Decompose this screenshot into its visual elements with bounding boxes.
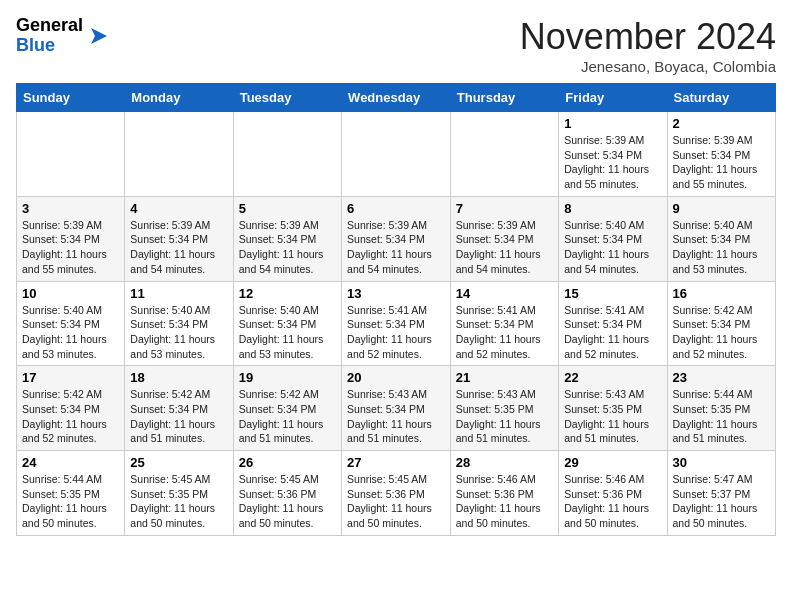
calendar-week-2: 3Sunrise: 5:39 AM Sunset: 5:34 PM Daylig… <box>17 196 776 281</box>
calendar-cell: 18Sunrise: 5:42 AM Sunset: 5:34 PM Dayli… <box>125 366 233 451</box>
day-number: 3 <box>22 201 119 216</box>
day-info: Sunrise: 5:41 AM Sunset: 5:34 PM Dayligh… <box>347 303 445 362</box>
day-info: Sunrise: 5:43 AM Sunset: 5:34 PM Dayligh… <box>347 387 445 446</box>
calendar-cell: 14Sunrise: 5:41 AM Sunset: 5:34 PM Dayli… <box>450 281 558 366</box>
weekday-header-saturday: Saturday <box>667 84 776 112</box>
day-info: Sunrise: 5:39 AM Sunset: 5:34 PM Dayligh… <box>347 218 445 277</box>
weekday-header-tuesday: Tuesday <box>233 84 341 112</box>
day-info: Sunrise: 5:44 AM Sunset: 5:35 PM Dayligh… <box>22 472 119 531</box>
calendar-cell: 13Sunrise: 5:41 AM Sunset: 5:34 PM Dayli… <box>342 281 451 366</box>
calendar-cell <box>17 112 125 197</box>
calendar-cell: 20Sunrise: 5:43 AM Sunset: 5:34 PM Dayli… <box>342 366 451 451</box>
calendar-table: SundayMondayTuesdayWednesdayThursdayFrid… <box>16 83 776 536</box>
weekday-header-monday: Monday <box>125 84 233 112</box>
calendar-cell: 12Sunrise: 5:40 AM Sunset: 5:34 PM Dayli… <box>233 281 341 366</box>
day-info: Sunrise: 5:45 AM Sunset: 5:36 PM Dayligh… <box>239 472 336 531</box>
calendar-cell: 7Sunrise: 5:39 AM Sunset: 5:34 PM Daylig… <box>450 196 558 281</box>
calendar-header-row: SundayMondayTuesdayWednesdayThursdayFrid… <box>17 84 776 112</box>
day-info: Sunrise: 5:44 AM Sunset: 5:35 PM Dayligh… <box>673 387 771 446</box>
calendar-cell <box>342 112 451 197</box>
day-info: Sunrise: 5:42 AM Sunset: 5:34 PM Dayligh… <box>22 387 119 446</box>
logo-blue: Blue <box>16 36 83 56</box>
location: Jenesano, Boyaca, Colombia <box>520 58 776 75</box>
day-info: Sunrise: 5:40 AM Sunset: 5:34 PM Dayligh… <box>564 218 661 277</box>
day-info: Sunrise: 5:47 AM Sunset: 5:37 PM Dayligh… <box>673 472 771 531</box>
day-number: 18 <box>130 370 227 385</box>
calendar-cell: 26Sunrise: 5:45 AM Sunset: 5:36 PM Dayli… <box>233 451 341 536</box>
calendar-week-4: 17Sunrise: 5:42 AM Sunset: 5:34 PM Dayli… <box>17 366 776 451</box>
day-info: Sunrise: 5:39 AM Sunset: 5:34 PM Dayligh… <box>239 218 336 277</box>
day-info: Sunrise: 5:41 AM Sunset: 5:34 PM Dayligh… <box>456 303 553 362</box>
day-number: 21 <box>456 370 553 385</box>
day-info: Sunrise: 5:40 AM Sunset: 5:34 PM Dayligh… <box>22 303 119 362</box>
day-number: 25 <box>130 455 227 470</box>
day-number: 19 <box>239 370 336 385</box>
day-info: Sunrise: 5:42 AM Sunset: 5:34 PM Dayligh… <box>130 387 227 446</box>
calendar-cell: 10Sunrise: 5:40 AM Sunset: 5:34 PM Dayli… <box>17 281 125 366</box>
day-number: 6 <box>347 201 445 216</box>
calendar-week-5: 24Sunrise: 5:44 AM Sunset: 5:35 PM Dayli… <box>17 451 776 536</box>
page-header: GeneralBlue November 2024 Jenesano, Boya… <box>16 16 776 75</box>
day-info: Sunrise: 5:40 AM Sunset: 5:34 PM Dayligh… <box>673 218 771 277</box>
day-number: 9 <box>673 201 771 216</box>
logo-general: General <box>16 16 83 36</box>
calendar-cell: 6Sunrise: 5:39 AM Sunset: 5:34 PM Daylig… <box>342 196 451 281</box>
day-number: 16 <box>673 286 771 301</box>
calendar-cell: 30Sunrise: 5:47 AM Sunset: 5:37 PM Dayli… <box>667 451 776 536</box>
day-number: 1 <box>564 116 661 131</box>
day-number: 5 <box>239 201 336 216</box>
calendar-cell: 22Sunrise: 5:43 AM Sunset: 5:35 PM Dayli… <box>559 366 667 451</box>
calendar-cell: 27Sunrise: 5:45 AM Sunset: 5:36 PM Dayli… <box>342 451 451 536</box>
day-number: 10 <box>22 286 119 301</box>
day-info: Sunrise: 5:46 AM Sunset: 5:36 PM Dayligh… <box>456 472 553 531</box>
weekday-header-sunday: Sunday <box>17 84 125 112</box>
day-number: 24 <box>22 455 119 470</box>
logo-text: GeneralBlue <box>16 16 83 56</box>
weekday-header-thursday: Thursday <box>450 84 558 112</box>
day-number: 17 <box>22 370 119 385</box>
calendar-week-1: 1Sunrise: 5:39 AM Sunset: 5:34 PM Daylig… <box>17 112 776 197</box>
calendar-cell: 4Sunrise: 5:39 AM Sunset: 5:34 PM Daylig… <box>125 196 233 281</box>
day-number: 22 <box>564 370 661 385</box>
calendar-cell: 1Sunrise: 5:39 AM Sunset: 5:34 PM Daylig… <box>559 112 667 197</box>
calendar-cell <box>450 112 558 197</box>
calendar-cell: 29Sunrise: 5:46 AM Sunset: 5:36 PM Dayli… <box>559 451 667 536</box>
weekday-header-friday: Friday <box>559 84 667 112</box>
calendar-cell: 5Sunrise: 5:39 AM Sunset: 5:34 PM Daylig… <box>233 196 341 281</box>
day-number: 20 <box>347 370 445 385</box>
day-number: 28 <box>456 455 553 470</box>
calendar-cell: 25Sunrise: 5:45 AM Sunset: 5:35 PM Dayli… <box>125 451 233 536</box>
day-info: Sunrise: 5:39 AM Sunset: 5:34 PM Dayligh… <box>673 133 771 192</box>
day-info: Sunrise: 5:41 AM Sunset: 5:34 PM Dayligh… <box>564 303 661 362</box>
title-block: November 2024 Jenesano, Boyaca, Colombia <box>520 16 776 75</box>
calendar-cell: 24Sunrise: 5:44 AM Sunset: 5:35 PM Dayli… <box>17 451 125 536</box>
calendar-cell <box>233 112 341 197</box>
month-title: November 2024 <box>520 16 776 58</box>
day-info: Sunrise: 5:39 AM Sunset: 5:34 PM Dayligh… <box>22 218 119 277</box>
day-info: Sunrise: 5:40 AM Sunset: 5:34 PM Dayligh… <box>130 303 227 362</box>
day-number: 15 <box>564 286 661 301</box>
day-number: 14 <box>456 286 553 301</box>
calendar-cell: 19Sunrise: 5:42 AM Sunset: 5:34 PM Dayli… <box>233 366 341 451</box>
day-info: Sunrise: 5:39 AM Sunset: 5:34 PM Dayligh… <box>130 218 227 277</box>
day-number: 26 <box>239 455 336 470</box>
day-info: Sunrise: 5:40 AM Sunset: 5:34 PM Dayligh… <box>239 303 336 362</box>
day-info: Sunrise: 5:42 AM Sunset: 5:34 PM Dayligh… <box>239 387 336 446</box>
day-info: Sunrise: 5:39 AM Sunset: 5:34 PM Dayligh… <box>564 133 661 192</box>
calendar-cell: 2Sunrise: 5:39 AM Sunset: 5:34 PM Daylig… <box>667 112 776 197</box>
logo: GeneralBlue <box>16 16 111 56</box>
calendar-cell: 8Sunrise: 5:40 AM Sunset: 5:34 PM Daylig… <box>559 196 667 281</box>
day-number: 12 <box>239 286 336 301</box>
day-info: Sunrise: 5:45 AM Sunset: 5:36 PM Dayligh… <box>347 472 445 531</box>
logo-arrow-icon <box>87 24 111 48</box>
day-number: 27 <box>347 455 445 470</box>
day-number: 29 <box>564 455 661 470</box>
day-number: 7 <box>456 201 553 216</box>
day-number: 8 <box>564 201 661 216</box>
day-number: 13 <box>347 286 445 301</box>
calendar-cell: 23Sunrise: 5:44 AM Sunset: 5:35 PM Dayli… <box>667 366 776 451</box>
day-info: Sunrise: 5:43 AM Sunset: 5:35 PM Dayligh… <box>564 387 661 446</box>
calendar-cell: 21Sunrise: 5:43 AM Sunset: 5:35 PM Dayli… <box>450 366 558 451</box>
calendar-cell: 17Sunrise: 5:42 AM Sunset: 5:34 PM Dayli… <box>17 366 125 451</box>
calendar-cell: 16Sunrise: 5:42 AM Sunset: 5:34 PM Dayli… <box>667 281 776 366</box>
